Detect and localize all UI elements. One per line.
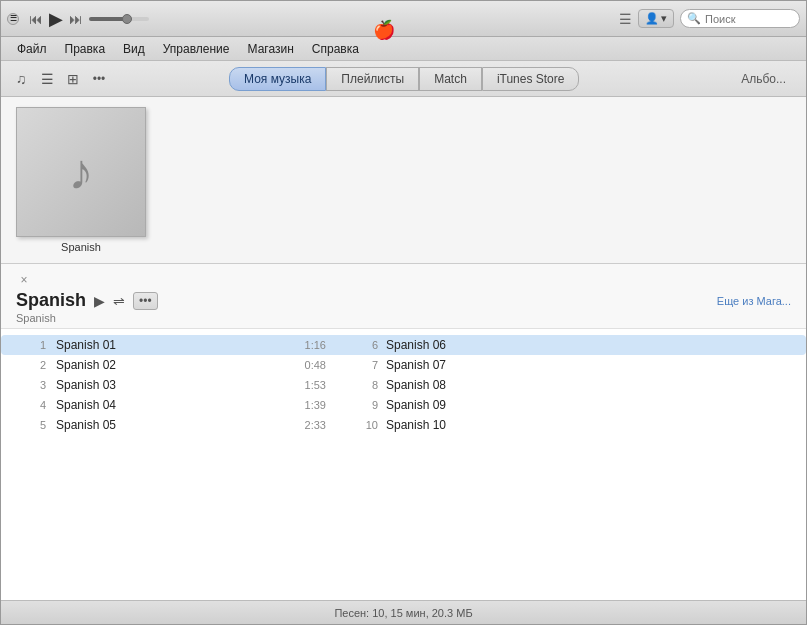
track-number: 1 bbox=[16, 339, 56, 351]
album-label: Spanish bbox=[61, 241, 101, 253]
playlist-header: × Spanish ▶ ⇌ ••• Еще из Мага... Spanish bbox=[1, 264, 806, 329]
content-area: ♪ Spanish × Spanish ▶ ⇌ ••• Еще из Мага.… bbox=[1, 97, 806, 600]
transport-controls: ⏮ ▶ ⏭ bbox=[29, 8, 149, 30]
table-row[interactable]: 2 Spanish 02 0:48 7 Spanish 07 bbox=[1, 355, 806, 375]
account-chevron: ▾ bbox=[661, 12, 667, 25]
menu-store[interactable]: Магазин bbox=[240, 40, 302, 58]
track-number-right: 7 bbox=[346, 359, 386, 371]
titlebar: ☰ ⏮ ▶ ⏭ 🍎 ☰ 👤 ▾ 🔍 bbox=[1, 1, 806, 37]
playlist-panel: × Spanish ▶ ⇌ ••• Еще из Мага... Spanish… bbox=[1, 263, 806, 600]
table-row[interactable]: 5 Spanish 05 2:33 10 Spanish 10 bbox=[1, 415, 806, 435]
forward-button[interactable]: ⏭ bbox=[69, 11, 83, 27]
track-duration: 1:39 bbox=[276, 399, 346, 411]
list-view-icon[interactable]: ☰ bbox=[619, 11, 632, 27]
track-list: 1 Spanish 01 1:16 6 Spanish 06 2 Spanish… bbox=[1, 329, 806, 600]
track-number-right: 9 bbox=[346, 399, 386, 411]
music-note-icon: ♪ bbox=[69, 143, 94, 201]
table-row[interactable]: 3 Spanish 03 1:53 8 Spanish 08 bbox=[1, 375, 806, 395]
volume-thumb bbox=[122, 14, 132, 24]
list-icon[interactable]: ☰ bbox=[37, 69, 57, 89]
track-number-right: 8 bbox=[346, 379, 386, 391]
album-art: ♪ bbox=[16, 107, 146, 237]
playlist-more-button[interactable]: ••• bbox=[133, 292, 158, 310]
track-name: Spanish 03 bbox=[56, 378, 276, 392]
window-controls: ☰ bbox=[7, 13, 19, 25]
toolbar-left: ♫ ☰ ⊞ ••• bbox=[11, 69, 109, 89]
track-number: 4 bbox=[16, 399, 56, 411]
album-item[interactable]: ♪ Spanish bbox=[16, 107, 146, 253]
close-icon[interactable]: × bbox=[16, 272, 32, 288]
tab-itunes-store[interactable]: iTunes Store bbox=[482, 67, 580, 91]
menu-file[interactable]: Файл bbox=[9, 40, 55, 58]
playlist-title: Spanish bbox=[16, 290, 86, 311]
music-icon[interactable]: ♫ bbox=[11, 69, 31, 89]
playlist-shuffle-button[interactable]: ⇌ bbox=[113, 293, 125, 309]
table-row[interactable]: 4 Spanish 04 1:39 9 Spanish 09 bbox=[1, 395, 806, 415]
search-icon: 🔍 bbox=[687, 12, 701, 25]
playlist-title-row: Spanish ▶ ⇌ ••• Еще из Мага... bbox=[16, 290, 791, 311]
track-duration: 1:53 bbox=[276, 379, 346, 391]
toolbar-tabs: Моя музыка Плейлисты Match iTunes Store bbox=[229, 67, 579, 91]
more-icon[interactable]: ••• bbox=[89, 69, 109, 89]
track-name-right: Spanish 06 bbox=[386, 338, 586, 352]
menubar: Файл Правка Вид Управление Магазин Справ… bbox=[1, 37, 806, 61]
track-name-right: Spanish 08 bbox=[386, 378, 586, 392]
search-box[interactable]: 🔍 bbox=[680, 9, 800, 28]
track-number: 2 bbox=[16, 359, 56, 371]
track-name: Spanish 02 bbox=[56, 358, 276, 372]
menu-edit[interactable]: Правка bbox=[57, 40, 114, 58]
toolbar-right-label: Альбо... bbox=[741, 72, 796, 86]
track-number-right: 6 bbox=[346, 339, 386, 351]
play-button[interactable]: ▶ bbox=[49, 8, 63, 30]
tab-playlists[interactable]: Плейлисты bbox=[326, 67, 419, 91]
grid-icon[interactable]: ⊞ bbox=[63, 69, 83, 89]
playlist-subtitle: Spanish bbox=[16, 312, 791, 324]
track-duration: 2:33 bbox=[276, 419, 346, 431]
tab-my-music[interactable]: Моя музыка bbox=[229, 67, 326, 91]
titlebar-right: ☰ 👤 ▾ 🔍 bbox=[619, 9, 800, 28]
menu-help[interactable]: Справка bbox=[304, 40, 367, 58]
track-name: Spanish 05 bbox=[56, 418, 276, 432]
track-name-right: Spanish 07 bbox=[386, 358, 586, 372]
volume-slider[interactable] bbox=[89, 17, 149, 21]
toolbar: ♫ ☰ ⊞ ••• Моя музыка Плейлисты Match iTu… bbox=[1, 61, 806, 97]
account-icon: 👤 bbox=[645, 12, 659, 25]
track-number: 3 bbox=[16, 379, 56, 391]
main-window: ☰ ⏮ ▶ ⏭ 🍎 ☰ 👤 ▾ 🔍 Файл Правка bbox=[0, 0, 807, 625]
albums-section: ♪ Spanish bbox=[1, 97, 806, 263]
track-number: 5 bbox=[16, 419, 56, 431]
status-text: Песен: 10, 15 мин, 20.3 МБ bbox=[334, 607, 472, 619]
table-row[interactable]: 1 Spanish 01 1:16 6 Spanish 06 bbox=[1, 335, 806, 355]
playlist-play-button[interactable]: ▶ bbox=[94, 293, 105, 309]
menu-manage[interactable]: Управление bbox=[155, 40, 238, 58]
statusbar: Песен: 10, 15 мин, 20.3 МБ bbox=[1, 600, 806, 624]
search-input[interactable] bbox=[705, 13, 795, 25]
track-name-right: Spanish 09 bbox=[386, 398, 586, 412]
track-duration: 1:16 bbox=[276, 339, 346, 351]
track-number-right: 10 bbox=[346, 419, 386, 431]
playlist-store-link[interactable]: Еще из Мага... bbox=[717, 295, 791, 307]
menu-button[interactable]: ☰ bbox=[7, 13, 19, 25]
account-button[interactable]: 👤 ▾ bbox=[638, 9, 674, 28]
track-name: Spanish 01 bbox=[56, 338, 276, 352]
track-duration: 0:48 bbox=[276, 359, 346, 371]
track-name-right: Spanish 10 bbox=[386, 418, 586, 432]
rewind-button[interactable]: ⏮ bbox=[29, 11, 43, 27]
track-name: Spanish 04 bbox=[56, 398, 276, 412]
apple-logo: 🍎 bbox=[373, 19, 395, 41]
menu-view[interactable]: Вид bbox=[115, 40, 153, 58]
tab-match[interactable]: Match bbox=[419, 67, 482, 91]
